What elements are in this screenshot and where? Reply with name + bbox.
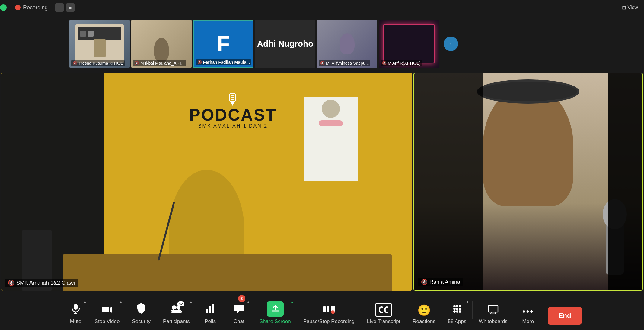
svg-point-14	[331, 310, 335, 314]
svg-point-20	[459, 308, 461, 310]
participant-thumb-tresna[interactable]: 🔇 Tresna Kusuma XITKJ2	[69, 20, 130, 68]
participant-name-arif: 🔇 M Arif R(XI TKJ2)	[381, 60, 422, 66]
svg-rect-8	[209, 306, 211, 313]
polls-label: Polls	[205, 319, 216, 325]
participants-icon: 82	[171, 304, 182, 317]
svg-point-5	[172, 305, 176, 309]
participant-count: 82	[177, 301, 184, 306]
share-screen-button[interactable]: ▲ Share Screen	[254, 291, 296, 330]
participant-thumb-ikbal[interactable]: 🔇 M Ikbal Maulana_XI-T...	[131, 20, 192, 68]
recording-label: Recording...	[23, 5, 52, 11]
svg-marker-4	[110, 306, 112, 313]
chat-caret[interactable]: ▲	[247, 300, 250, 304]
svg-point-16	[456, 305, 458, 307]
live-transcript-button[interactable]: CC Live Transcript	[362, 291, 406, 330]
participants-label: Participants	[163, 319, 190, 325]
muted-icon: 🔇	[73, 61, 77, 65]
divider-6	[297, 301, 297, 319]
view-button[interactable]: ⊞ View	[622, 5, 638, 11]
whiteboards-button[interactable]: Whiteboards	[473, 291, 513, 330]
mute-label: Mute	[70, 319, 81, 325]
video-right[interactable]: 🔇 Rania Amina	[413, 73, 643, 291]
divider-1	[126, 301, 126, 319]
status-dot	[0, 4, 7, 11]
recording-controls: ⏸ ■	[55, 3, 75, 12]
reactions-label: Reactions	[413, 319, 435, 325]
reactions-icon: 🙂	[417, 304, 431, 317]
svg-rect-9	[212, 304, 214, 313]
stop-video-button[interactable]: ▲ Stop Video	[89, 291, 125, 330]
podcast-subtitle: SMK AMALIAH 1 DAN 2	[189, 123, 277, 129]
apps-button[interactable]: ▲ 58 Apps	[442, 291, 472, 330]
svg-rect-10	[272, 310, 279, 312]
svg-rect-0	[74, 304, 78, 310]
participants-caret[interactable]: ▲	[189, 300, 193, 304]
recording-dot	[15, 5, 21, 10]
divider-10	[472, 301, 473, 319]
participants-button[interactable]: 82 ▲ Participants	[158, 291, 195, 330]
muted-icon-5: 🔇	[382, 61, 387, 65]
svg-rect-12	[327, 306, 329, 312]
video-caret[interactable]: ▲	[119, 300, 123, 304]
more-button[interactable]: ••• More	[515, 291, 542, 330]
participant-thumb-farhan[interactable]: F 🔇 Farhan Fadilah Maula...	[193, 20, 253, 68]
divider-2	[157, 301, 157, 319]
participant-thumb-adhi[interactable]: Adhi Nugroho	[255, 20, 315, 68]
mute-icon	[70, 302, 81, 317]
svg-rect-3	[102, 307, 109, 312]
left-muted-icon: 🔇	[8, 280, 14, 286]
apps-caret[interactable]: ▲	[466, 300, 470, 304]
whiteboards-icon	[488, 304, 499, 317]
share-caret[interactable]: ▲	[290, 300, 294, 304]
participant-thumb-arif[interactable]: 🔇 M Arif R(XI TKJ2)	[379, 20, 439, 68]
apps-label: 58 Apps	[448, 319, 466, 325]
pause-recording-button[interactable]: Pause/Stop Recording	[298, 291, 360, 330]
live-transcript-icon: CC	[375, 303, 392, 317]
top-bar: Recording... ⏸ ■ ⊞ View	[0, 0, 644, 15]
muted-icon-3: 🔇	[197, 60, 202, 64]
divider-11	[514, 301, 514, 319]
muted-icon-4: 🔇	[320, 61, 325, 65]
share-screen-label: Share Screen	[260, 319, 291, 325]
mute-button[interactable]: ▲ Mute	[62, 291, 89, 330]
svg-point-23	[459, 310, 461, 313]
svg-rect-11	[323, 306, 326, 312]
strip-next-btn[interactable]: ›	[444, 37, 458, 51]
svg-point-22	[456, 310, 458, 313]
divider-7	[361, 301, 361, 319]
stop-video-icon	[101, 304, 113, 317]
video-label-right: 🔇 Rania Amina	[418, 278, 463, 286]
end-button[interactable]: End	[548, 307, 582, 325]
divider-4	[225, 301, 225, 319]
participant-strip: 🔇 Tresna Kusuma XITKJ2 🔇 M Ikbal Maulana…	[66, 15, 644, 73]
participant-thumb-alif[interactable]: 🔇 M. Alifvhinesa Saepu...	[317, 20, 377, 68]
divider-3	[196, 301, 196, 319]
divider-9	[442, 301, 442, 319]
pause-recording-icon	[323, 304, 335, 317]
polls-icon	[206, 303, 215, 317]
divider-5	[253, 301, 253, 319]
security-button[interactable]: Security	[126, 291, 156, 330]
participant-name-display: Adhi Nugroho	[257, 39, 314, 49]
chat-button[interactable]: 3 ▲ Chat	[225, 291, 253, 330]
pause-btn[interactable]: ⏸	[55, 3, 64, 12]
svg-point-19	[456, 308, 458, 310]
participant-name-ikbal: 🔇 M Ikbal Maulana_XI-T...	[133, 60, 186, 66]
view-icon: ⊞	[622, 5, 626, 11]
participant-name-alif: 🔇 M. Alifvhinesa Saepu...	[319, 60, 370, 66]
mute-caret[interactable]: ▲	[83, 300, 87, 304]
chat-icon	[234, 304, 244, 317]
participant-name-tresna: 🔇 Tresna Kusuma XITKJ2	[71, 60, 125, 66]
video-label-left: 🔇 SMK Amaliah 1&2 Ciawi	[5, 279, 78, 287]
pause-recording-label: Pause/Stop Recording	[303, 319, 355, 325]
stop-video-label: Stop Video	[95, 319, 120, 325]
right-muted-icon: 🔇	[421, 279, 428, 285]
security-icon	[136, 302, 146, 317]
polls-button[interactable]: Polls	[197, 291, 224, 330]
reactions-button[interactable]: 🙂 Reactions	[407, 291, 441, 330]
view-label: View	[628, 5, 638, 10]
video-left[interactable]: 🎙 PODCAST SMK AMALIAH 1 DAN 2 🔇 SMK Amal…	[1, 73, 412, 291]
svg-point-18	[453, 308, 456, 310]
more-label: More	[522, 319, 534, 325]
stop-btn[interactable]: ■	[66, 3, 75, 12]
